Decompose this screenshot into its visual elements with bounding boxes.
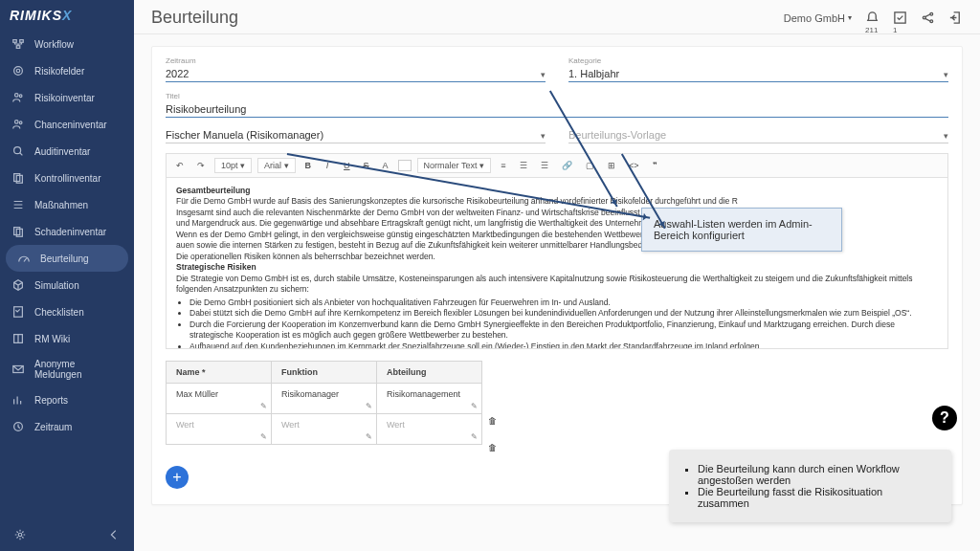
redo-button[interactable]: ↷	[193, 159, 209, 172]
svg-point-7	[15, 121, 19, 124]
org-selector[interactable]: Demo GmbH▾	[784, 12, 852, 24]
gear-icon[interactable]	[13, 528, 27, 541]
share-icon[interactable]	[921, 11, 935, 25]
nav-checklisten[interactable]: Checklisten	[0, 298, 134, 325]
table-row[interactable]: Max Müller✎Risikomanager✎Risikomanagemen…	[167, 384, 482, 414]
tasks-icon[interactable]: 1	[893, 11, 907, 25]
align-button[interactable]: ≡	[497, 159, 510, 172]
add-button[interactable]: +	[166, 466, 189, 489]
svg-rect-18	[895, 12, 905, 23]
svg-point-4	[16, 69, 20, 73]
svg-point-17	[18, 533, 22, 537]
font-size-select[interactable]: 10pt ▾	[214, 158, 252, 173]
nav-reports[interactable]: Reports	[0, 386, 134, 413]
kategorie-field[interactable]: Kategorie 1. Halbjahr	[568, 56, 948, 82]
svg-point-6	[19, 95, 22, 98]
nav-anonyme-meldungen[interactable]: Anonyme Meldungen	[0, 352, 134, 386]
nav-simulation[interactable]: Simulation	[0, 272, 134, 298]
nav-schadeninventar[interactable]: Schadeninventar	[0, 218, 134, 245]
table-row[interactable]: Wert✎Wert✎Wert✎	[167, 414, 482, 445]
clock-icon	[11, 420, 25, 433]
zeitraum-field[interactable]: Zeitraum 2022	[166, 56, 546, 82]
gauge-icon	[17, 252, 31, 265]
nav-chanceninventar[interactable]: Chanceninventar	[0, 111, 134, 138]
edit-icon[interactable]: ✎	[471, 402, 478, 410]
header: Beurteilung Demo GmbH▾ 211 1	[134, 0, 980, 34]
svg-point-3	[14, 67, 23, 76]
svg-point-9	[14, 147, 21, 154]
list-icon	[11, 198, 25, 211]
participants-table: Name *FunktionAbteilung Max Müller✎Risik…	[166, 361, 482, 445]
edit-icon[interactable]: ✎	[471, 432, 478, 441]
mail-icon	[11, 363, 25, 376]
sidebar: RIMIKSX Workflow Risikofelder Risikoinve…	[0, 0, 134, 551]
nav-massnahmen[interactable]: Maßnahmen	[0, 191, 134, 218]
bg-button[interactable]	[398, 160, 412, 171]
page-title: Beurteilung	[151, 8, 238, 28]
help-tooltip: Die Beurteilung kann durch einen Workflo…	[669, 450, 951, 522]
editor-toolbar: ↶ ↷ 10pt ▾ Arial ▾ B I U S A Normaler Te…	[166, 153, 948, 177]
form-card: Zeitraum 2022 Kategorie 1. Halbjahr Tite…	[151, 46, 963, 505]
nav-rm-wiki[interactable]: RM Wiki	[0, 325, 134, 352]
svg-rect-2	[16, 46, 20, 49]
chart-icon	[11, 393, 25, 407]
svg-point-8	[19, 121, 22, 124]
brand-logo: RIMIKSX	[0, 0, 134, 31]
nav-workflow[interactable]: Workflow	[0, 31, 134, 57]
book-icon	[11, 332, 25, 345]
quote-button[interactable]: ❞	[649, 159, 662, 172]
edit-icon[interactable]: ✎	[366, 432, 372, 441]
ul-button[interactable]: ☰	[537, 159, 552, 172]
people-icon	[11, 91, 25, 104]
nav-zeitraum[interactable]: Zeitraum	[0, 413, 134, 440]
svg-point-5	[15, 94, 19, 98]
svg-rect-14	[14, 307, 23, 318]
format-select[interactable]: Normaler Text ▾	[417, 158, 491, 173]
copy-icon	[11, 225, 25, 238]
nav-beurteilung[interactable]: Beurteilung	[6, 245, 128, 272]
target-icon	[11, 64, 25, 77]
copy-icon	[11, 171, 25, 185]
workflow-icon	[11, 37, 25, 51]
callout-admin-lists: Auswahl-Listen werden im Admin-Bereich k…	[641, 208, 842, 252]
undo-button[interactable]: ↶	[172, 159, 188, 172]
editor-body[interactable]: Gesamtbeurteilung Für die Demo GmbH wurd…	[166, 177, 948, 349]
nav-kontrollinventar[interactable]: Kontrollinventar	[0, 165, 134, 191]
svg-rect-1	[20, 40, 24, 43]
link-button[interactable]: 🔗	[558, 159, 576, 172]
nav-risikoinventar[interactable]: Risikoinventar	[0, 84, 134, 111]
search-icon	[11, 144, 25, 158]
bold-button[interactable]: B	[301, 159, 316, 172]
nav-auditinventar[interactable]: Auditinventar	[0, 138, 134, 165]
edit-icon[interactable]: ✎	[260, 432, 267, 441]
delete-row-icon[interactable]: 🗑	[482, 443, 497, 452]
edit-icon[interactable]: ✎	[260, 402, 267, 410]
font-family-select[interactable]: Arial ▾	[257, 158, 296, 173]
table-button[interactable]: ⊞	[604, 159, 619, 172]
svg-rect-0	[13, 40, 17, 43]
edit-icon[interactable]: ✎	[366, 402, 372, 410]
ol-button[interactable]: ☰	[516, 159, 531, 172]
delete-row-icon[interactable]: 🗑	[482, 416, 497, 426]
help-icon[interactable]: ?	[932, 406, 957, 430]
collapse-icon[interactable]	[107, 528, 121, 541]
person-field[interactable]: Fischer Manuela (Risikomanager)	[166, 127, 546, 143]
people-icon	[11, 118, 25, 131]
cube-icon	[11, 278, 25, 292]
nav-risikofelder[interactable]: Risikofelder	[0, 57, 134, 84]
bell-icon[interactable]: 211	[865, 11, 880, 25]
check-icon	[11, 305, 25, 319]
logout-icon[interactable]	[948, 11, 963, 25]
vorlage-field[interactable]: Beurteilungs-Vorlage	[568, 127, 948, 143]
